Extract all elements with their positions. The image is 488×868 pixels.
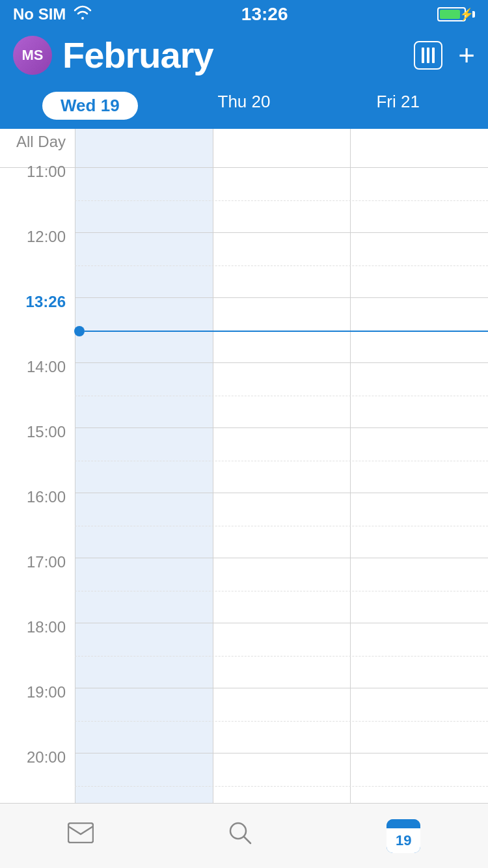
view-toggle-button[interactable] (414, 41, 442, 70)
day-col-thu[interactable]: Thu 20 (167, 92, 321, 129)
day-label-fri: Fri 21 (376, 92, 419, 111)
day-label-wed: Wed 19 (42, 92, 138, 120)
column-view-icon (422, 47, 435, 63)
add-event-button[interactable]: + (458, 41, 475, 70)
hour-row-18: 18:00 (0, 623, 488, 688)
time-rows: 11:00 12:00 13:26 (0, 168, 488, 807)
tab-search[interactable] (228, 821, 252, 851)
tab-bar: 19 (0, 803, 488, 868)
svg-rect-0 (68, 823, 93, 843)
avatar[interactable]: MS (13, 36, 52, 75)
tab-inbox[interactable] (68, 822, 94, 850)
header-left: MS February (13, 34, 213, 76)
time-label-16: 16:00 (0, 485, 75, 550)
hour-row-15: 15:00 (0, 428, 488, 493)
status-right: ⚡ (437, 7, 475, 21)
header-top: MS February + (13, 34, 475, 76)
all-day-wed-cell (75, 129, 213, 167)
time-label-15: 15:00 (0, 420, 75, 485)
day-cells-20 (75, 753, 488, 807)
hour-row-11: 11:00 (0, 168, 488, 233)
time-label-12: 12:00 (0, 225, 75, 290)
status-time: 13:26 (241, 4, 288, 25)
calendar-icon-header (386, 819, 420, 828)
day-col-fri[interactable]: Fri 21 (321, 92, 475, 129)
time-label-20: 20:00 (0, 746, 75, 807)
month-title: February (62, 34, 213, 76)
hour-row-12: 12:00 (0, 233, 488, 298)
search-icon (228, 821, 252, 848)
day-selector: Wed 19 Thu 20 Fri 21 (13, 87, 475, 129)
wifi-icon (74, 5, 92, 23)
hour-row-16: 16:00 (0, 493, 488, 558)
time-label-14: 14:00 (0, 355, 75, 420)
tab-calendar[interactable]: 19 (386, 819, 420, 853)
day-col-wed[interactable]: Wed 19 (13, 92, 167, 129)
all-day-thu-cell (213, 129, 351, 167)
cell-wed-20 (75, 753, 213, 807)
header-actions: + (414, 41, 475, 70)
status-left: No SIM (13, 5, 92, 23)
time-label-11: 11:00 (0, 160, 75, 225)
calendar-day-number: 19 (386, 828, 420, 853)
time-label-18: 18:00 (0, 616, 75, 681)
carrier-label: No SIM (13, 5, 66, 23)
all-day-fri-cell (350, 129, 488, 167)
hour-row-20: 20:00 (0, 753, 488, 807)
battery-icon: ⚡ (437, 7, 466, 21)
cell-thu-20 (213, 753, 351, 807)
calendar-icon: 19 (386, 819, 420, 853)
battery-bolt-icon: ⚡ (459, 7, 474, 21)
status-bar: No SIM 13:26 ⚡ (0, 0, 488, 29)
hour-row-14: 14:00 (0, 363, 488, 428)
day-label-thu: Thu 20 (218, 92, 271, 111)
hour-row-13: 13:26 (0, 298, 488, 363)
mail-icon (68, 822, 94, 847)
hour-row-19: 19:00 (0, 688, 488, 753)
cell-fri-20 (350, 753, 488, 807)
time-label-19: 19:00 (0, 681, 75, 746)
header: MS February + Wed 19 Thu 20 Fri 21 (0, 29, 488, 129)
svg-line-2 (244, 837, 251, 843)
calendar-body[interactable]: All Day 11:00 12:00 13:26 (0, 129, 488, 807)
hour-row-17: 17:00 (0, 558, 488, 623)
current-time-label: 13:26 (0, 290, 75, 355)
time-label-17: 17:00 (0, 550, 75, 616)
